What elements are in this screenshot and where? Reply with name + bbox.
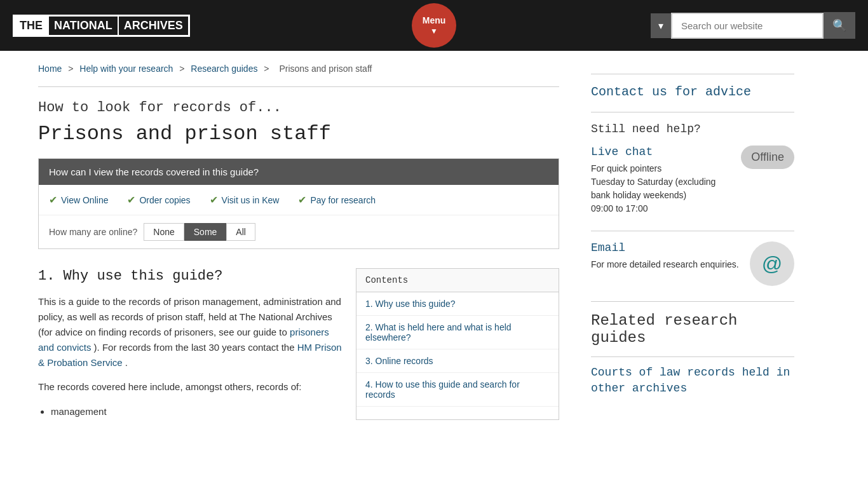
email-icon: @ [750,241,794,286]
site-header: THE NATIONAL ARCHIVES Menu ▼ ▾ 🔍 [0,0,868,51]
breadcrumb-help[interactable]: Help with your research [79,64,173,74]
contents-item-2[interactable]: 2. What is held here and what is held el… [356,316,559,349]
related-guides-title: Related research guides [591,312,794,346]
email-text: Email For more detailed research enquiri… [591,241,741,271]
check-icon-2: ✔ [127,194,135,206]
filter-all[interactable]: All [226,223,255,241]
list-item: 4. How to use this guide and search for … [356,373,559,407]
sidebar: Contact us for advice Still need help? L… [572,51,813,452]
list-item: 1. Why use this guide? [356,292,559,316]
search-submit-button[interactable]: 🔍 [824,12,855,39]
breadcrumb: Home > Help with your research > Researc… [38,64,559,74]
check-icon-3: ✔ [210,194,218,206]
list-item: 3. Online records [356,349,559,373]
option-view-online[interactable]: ✔ View Online [49,194,108,206]
chevron-down-icon: ▼ [430,27,438,36]
live-chat-text: Live chat For quick pointers Tuesday to … [591,146,732,215]
contents-item-4[interactable]: 4. How to use this guide and search for … [356,373,559,406]
related-link-1[interactable]: Courts of law records held in other arch… [591,365,794,396]
option-visit-kew[interactable]: ✔ Visit us in Kew [210,194,280,206]
logo-the: THE [15,17,48,35]
records-options: ✔ View Online ✔ Order copies ✔ Visit us … [39,185,559,215]
logo-archives: ARCHIVES [119,17,188,35]
section1-body3: The records covered here include, amongs… [38,379,343,395]
live-chat-desc1: For quick pointers [591,162,732,175]
breadcrumb-sep-2: > [179,64,187,74]
list-item: 2. What is held here and what is held el… [356,316,559,349]
sidebar-divider-4 [591,356,794,357]
page-title: Prisons and prison staff [38,122,559,146]
filter-none[interactable]: None [144,223,184,241]
content-area: Home > Help with your research > Researc… [0,51,572,452]
contents-box: Contents 1. Why use this guide? 2. What … [356,268,559,420]
email-desc: For more detailed research enquiries. [591,258,741,271]
option-pay-research[interactable]: ✔ Pay for research [298,194,376,206]
breadcrumb-current: Prisons and prison staff [279,64,372,74]
divider-1 [38,86,559,87]
search-toggle-button[interactable]: ▾ [651,13,671,38]
live-chat-item: Live chat For quick pointers Tuesday to … [591,146,794,215]
email-link[interactable]: Email [591,241,741,254]
page-subtitle: How to look for records of... [38,100,559,116]
logo-national: NATIONAL [48,17,119,35]
contents-list: 1. Why use this guide? 2. What is held h… [356,292,559,407]
filter-buttons: None Some All [144,223,255,241]
breadcrumb-home[interactable]: Home [38,64,62,74]
section1-heading: 1. Why use this guide? [38,268,343,284]
breadcrumb-guides[interactable]: Research guides [191,64,257,74]
sidebar-top-divider [591,74,794,74]
search-input[interactable] [671,13,824,39]
records-box: How can I view the records covered in th… [38,158,559,249]
offline-status: Offline [741,146,794,169]
option-order-copies[interactable]: ✔ Order copies [127,194,190,206]
contents-item-3[interactable]: 3. Online records [356,349,559,372]
section1-area: 1. Why use this guide? This is a guide t… [38,268,559,420]
filter-label: How many are online? [49,227,137,237]
live-chat-desc2: Tuesday to Saturday (excluding bank holi… [591,175,732,202]
sidebar-divider-3 [591,301,794,302]
live-chat-link[interactable]: Live chat [591,146,732,158]
offline-bubble-container: Offline [741,146,794,169]
contents-title: Contents [356,269,559,292]
check-icon-1: ✔ [49,194,57,206]
breadcrumb-sep-3: > [264,64,271,74]
site-logo: THE NATIONAL ARCHIVES [13,15,190,37]
section1-bullets: management [51,403,343,420]
menu-button[interactable]: Menu ▼ [412,3,456,48]
check-icon-4: ✔ [298,194,306,206]
live-chat-desc3: 09:00 to 17:00 [591,202,732,215]
email-item: Email For more detailed research enquiri… [591,241,794,286]
online-filter: How many are online? None Some All [39,215,559,248]
sidebar-divider-1 [591,112,794,112]
records-box-header: How can I view the records covered in th… [39,159,559,185]
search-bar: ▾ 🔍 [651,12,855,39]
filter-some[interactable]: Some [184,223,227,241]
main-text: 1. Why use this guide? This is a guide t… [38,268,343,420]
bullet-management: management [51,403,343,420]
breadcrumb-sep-1: > [68,64,76,74]
contact-us-link[interactable]: Contact us for advice [591,85,794,99]
still-need-help-title: Still need help? [591,123,794,135]
section1-body1: This is a guide to the records of prison… [38,294,343,370]
contents-item-1[interactable]: 1. Why use this guide? [356,292,559,315]
main-container: Home > Help with your research > Researc… [0,51,868,452]
sidebar-divider-2 [591,231,794,231]
